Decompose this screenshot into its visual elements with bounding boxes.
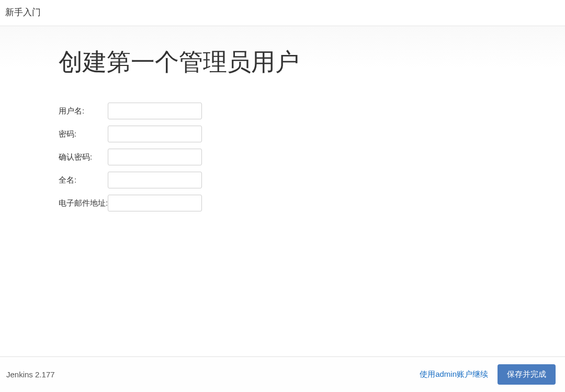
fullname-label: 全名: [59, 172, 108, 188]
email-label: 电子邮件地址: [59, 195, 108, 211]
footer-bar: Jenkins 2.177 使用admin账户继续 保存并完成 [0, 356, 565, 392]
save-and-finish-button[interactable]: 保存并完成 [498, 364, 556, 385]
email-input[interactable] [108, 195, 202, 211]
footer-actions: 使用admin账户继续 保存并完成 [420, 364, 556, 385]
continue-as-admin-link[interactable]: 使用admin账户继续 [420, 369, 488, 379]
content-area: 创建第一个管理员用户 用户名: 密码: 确认密码: 全名: 电子邮件地址: [0, 26, 565, 356]
version-label: Jenkins 2.177 [6, 370, 55, 379]
fullname-row: 全名: [59, 172, 202, 188]
header-bar: 新手入门 [0, 0, 565, 26]
password-input[interactable] [108, 126, 202, 142]
confirm-password-input[interactable] [108, 149, 202, 165]
header-title: 新手入门 [5, 7, 41, 17]
confirm-password-label: 确认密码: [59, 149, 108, 165]
page-title: 创建第一个管理员用户 [59, 46, 565, 79]
password-label: 密码: [59, 126, 108, 142]
confirm-password-row: 确认密码: [59, 149, 202, 165]
email-row: 电子邮件地址: [59, 195, 202, 211]
password-row: 密码: [59, 126, 202, 142]
fullname-input[interactable] [108, 172, 202, 188]
username-input[interactable] [108, 103, 202, 119]
username-label: 用户名: [59, 103, 108, 119]
username-row: 用户名: [59, 103, 202, 119]
admin-user-form: 用户名: 密码: 确认密码: 全名: 电子邮件地址: [59, 96, 202, 218]
